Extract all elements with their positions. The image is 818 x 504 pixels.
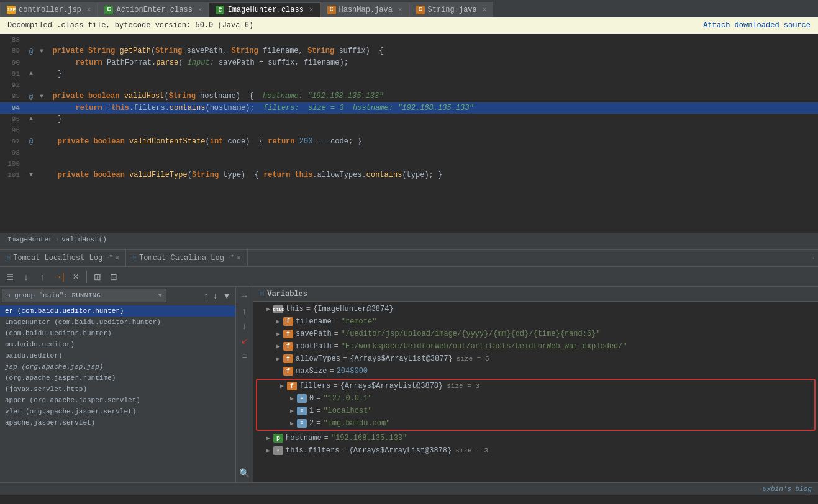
toolbar-icons: ↑ ↓ ▼	[202, 289, 235, 302]
var-name: filters	[299, 382, 330, 390]
tab-action-enter[interactable]: C ActionEnter.class ×	[98, 2, 209, 17]
mid-button-5[interactable]: ≡	[240, 349, 248, 362]
expand-icon[interactable]: ▶	[273, 355, 283, 362]
expand-icon[interactable]: ▶	[277, 382, 287, 390]
var-name: this.filters	[286, 446, 339, 455]
down-arrow-button[interactable]: ↓	[211, 289, 219, 302]
tab-close[interactable]: ×	[198, 6, 202, 14]
tab-hashmap-java[interactable]: C HashMap.java ×	[320, 2, 409, 17]
mid-button-6[interactable]: 🔍	[237, 466, 252, 480]
step-over-button[interactable]	[2, 270, 17, 284]
bookmark-icon: @	[29, 46, 34, 57]
step-out-button[interactable]: ↑	[35, 270, 50, 284]
stack-item-0[interactable]: er (com.baidu.ueditor.hunter)	[0, 305, 235, 317]
line-content	[37, 79, 818, 91]
stack-item-2[interactable]: (com.baidu.ueditor.hunter)	[0, 328, 235, 339]
stack-item-10[interactable]: apache.jasper.servlet)	[0, 417, 235, 428]
close-icon[interactable]: ×	[237, 254, 241, 262]
collapse-button[interactable]: →	[806, 254, 818, 263]
line-gutter	[25, 34, 37, 45]
tab-tomcat-localhost-log[interactable]: ≡ Tomcat Localhost Log →* ×	[0, 250, 126, 267]
expand-icon[interactable]: ▶	[273, 343, 283, 350]
frames-button[interactable]: ⊞	[90, 270, 105, 284]
var-row-filename[interactable]: ▶ f filename = "remote"	[253, 315, 818, 328]
tab-close[interactable]: ×	[87, 6, 91, 14]
var-row-this-filters[interactable]: ▶ ⚡ this.filters = {Arrays$ArrayList@387…	[253, 444, 818, 457]
var-name: savePath	[296, 330, 332, 338]
line-content	[37, 158, 818, 169]
up-arrow-button[interactable]: ↑	[202, 289, 210, 302]
code-line-101: 101 ▼ private boolean validFileType(Stri…	[0, 169, 818, 181]
threads-button[interactable]: ⊟	[106, 270, 121, 284]
run-to-cursor-button[interactable]: →|	[51, 270, 67, 284]
mid-button-4[interactable]: ↙	[239, 334, 250, 348]
attach-downloaded-source-link[interactable]: Attach downloaded source	[703, 21, 811, 30]
var-type-icon: f	[287, 382, 297, 390]
fold-button[interactable]: ▲	[29, 114, 33, 125]
stack-item-label: ImageHunter (com.baidu.ueditor.hunter)	[5, 318, 161, 326]
close-icon[interactable]: ×	[115, 254, 119, 262]
bookmark-icon: @	[29, 91, 34, 102]
stack-item-1[interactable]: ImageHunter (com.baidu.ueditor.hunter)	[0, 317, 235, 328]
code-line-98: 98	[0, 147, 818, 158]
tab-image-hunter[interactable]: C ImageHunter.class ×	[209, 2, 320, 17]
var-equals: =	[324, 434, 329, 443]
fold-button[interactable]: ▲	[29, 68, 33, 79]
expand-icon[interactable]: ▶	[263, 447, 273, 454]
mid-button-3[interactable]: ↓	[240, 319, 248, 333]
var-row-rootpath[interactable]: ▶ f rootPath = "E:/workspace/UeidtorWeb/…	[253, 340, 818, 353]
filter-button[interactable]: ▼	[220, 289, 233, 302]
variables-icon: ≡	[260, 290, 264, 299]
expand-icon[interactable]: ▶	[287, 407, 297, 415]
fold-button[interactable]: ▼	[40, 48, 43, 55]
expand-icon[interactable]: ▶	[263, 434, 273, 442]
var-row-filters[interactable]: ▶ f filters = {Arrays$ArrayList@3878} si…	[257, 380, 814, 392]
line-number: 93	[0, 91, 25, 102]
stack-item-4[interactable]: baidu.ueditor)	[0, 350, 235, 361]
blog-link[interactable]: 0xbin's blog	[763, 485, 812, 493]
breadcrumb-class[interactable]: ImageHunter	[7, 236, 53, 243]
mid-button-1[interactable]: →	[239, 289, 251, 303]
var-row-allowtypes[interactable]: ▶ f allowTypes = {Arrays$ArrayList@3877}…	[253, 353, 818, 365]
filters-highlight-group: ▶ f filters = {Arrays$ArrayList@3878} si…	[256, 379, 816, 431]
tab-close[interactable]: ×	[309, 6, 314, 14]
expand-icon[interactable]: ▶	[273, 330, 283, 338]
fold-button[interactable]: ▼	[40, 93, 43, 100]
expand-icon[interactable]: ▶	[273, 318, 283, 325]
line-content: }	[37, 68, 818, 79]
var-row-maxsize[interactable]: f maxSize = 2048000	[253, 365, 818, 377]
var-row-filters-1[interactable]: ▶ ≡ 1 = "localhost"	[257, 405, 814, 417]
bookmark-icon: @	[29, 136, 34, 147]
var-row-this[interactable]: ▶ this this = {ImageHunter@3874}	[253, 303, 818, 315]
expand-icon[interactable]: ▶	[287, 395, 297, 402]
var-equals: =	[316, 419, 320, 428]
stack-item-7[interactable]: (javax.servlet.http)	[0, 384, 235, 395]
var-row-hostname[interactable]: ▶ p hostname = "192.168.135.133"	[253, 432, 818, 444]
var-value: "remote"	[341, 317, 377, 326]
tab-controller-jsp[interactable]: JSP controller.jsp ×	[0, 2, 98, 17]
mid-button-2[interactable]: ↑	[240, 304, 248, 318]
step-into-button[interactable]: ↓	[19, 270, 34, 284]
fold-button[interactable]: ▼	[29, 169, 33, 181]
line-gutter: @	[25, 91, 37, 102]
expand-icon[interactable]: ▶	[287, 420, 297, 427]
code-line-94: 94 return !this.filters.contains(hostnam…	[0, 102, 818, 114]
tab-tomcat-catalina-log[interactable]: ≡ Tomcat Catalina Log →* ×	[126, 250, 248, 267]
code-line-88: 88	[0, 34, 818, 45]
var-equals: =	[342, 446, 346, 455]
var-row-filters-2[interactable]: ▶ ≡ 2 = "img.baidu.com"	[257, 417, 814, 430]
var-row-filters-0[interactable]: ▶ ≡ 0 = "127.0.0.1"	[257, 392, 814, 405]
stack-item-3[interactable]: om.baidu.ueditor)	[0, 339, 235, 350]
tab-string-java[interactable]: C String.java ×	[409, 2, 494, 17]
line-number: 97	[0, 136, 25, 147]
tab-close[interactable]: ×	[483, 6, 487, 14]
stack-item-9[interactable]: vlet (org.apache.jasper.servlet)	[0, 406, 235, 417]
tab-close[interactable]: ×	[398, 6, 402, 14]
evaluate-button[interactable]: ✕	[68, 271, 83, 283]
stack-item-5[interactable]: jsp (org.apache.jsp.jsp)	[0, 361, 235, 372]
thread-dropdown[interactable]: n group "main": RUNNING ▼	[2, 289, 166, 302]
stack-item-6[interactable]: (org.apache.jasper.runtime)	[0, 372, 235, 384]
breadcrumb-method[interactable]: validHost()	[61, 236, 107, 243]
stack-item-8[interactable]: apper (org.apache.jasper.servlet)	[0, 395, 235, 406]
var-row-savepath[interactable]: ▶ f savePath = "/ueditor/jsp/upload/imag…	[253, 328, 818, 340]
